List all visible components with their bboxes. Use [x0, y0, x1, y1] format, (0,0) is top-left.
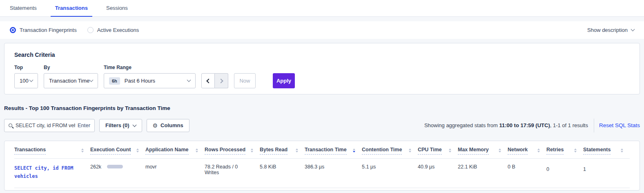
gear-icon: ⚙ [153, 122, 158, 129]
retries-cell: 0 [546, 166, 583, 172]
sort-icon[interactable] [81, 148, 84, 153]
reset-sql-stats-link[interactable]: Reset SQL Stats [599, 122, 640, 128]
column-header-rows-processed[interactable]: Rows Processed [205, 147, 260, 155]
view-toggle-bar: Transaction Fingerprints Active Executio… [0, 21, 644, 39]
sort-icon[interactable] [449, 148, 451, 153]
search-icon [9, 123, 12, 127]
stats-prefix: Showing aggregated stats from [424, 122, 499, 128]
time-range-field: Time Range 6h Past 6 Hours [104, 65, 196, 88]
time-range-badge: 6h [109, 77, 120, 85]
transaction-time-cell: 386.3 µs [305, 164, 362, 173]
results-title: Results - Top 100 Transaction Fingerprin… [4, 105, 644, 111]
by-value: Transaction Time [49, 78, 89, 84]
sort-icon[interactable] [353, 148, 355, 153]
sort-icon[interactable] [251, 148, 253, 153]
show-description-toggle[interactable]: Show description [587, 27, 634, 33]
column-header-transaction-time[interactable]: Transaction Time [305, 147, 362, 155]
search-input[interactable] [16, 123, 75, 128]
column-header-contention-time[interactable]: Contention Time [362, 147, 418, 155]
time-forward-button[interactable] [215, 73, 228, 88]
top-field: Top 100 [14, 65, 38, 88]
by-label: By [44, 65, 98, 70]
sort-icon[interactable] [136, 148, 139, 153]
radio-label: Transaction Fingerprints [20, 27, 77, 33]
top-label: Top [14, 65, 38, 70]
statements-cell: 1 [583, 166, 630, 172]
time-range-label: Time Range [104, 65, 196, 70]
columns-button[interactable]: ⚙ Columns [147, 119, 189, 132]
chevron-down-icon [132, 123, 136, 127]
column-header-network[interactable]: Network [508, 147, 546, 155]
sort-icon[interactable] [537, 148, 540, 153]
max-memory-value: 22.1 KiB [458, 164, 501, 170]
sort-icon[interactable] [196, 148, 198, 153]
network-cell: 0 B [508, 164, 546, 170]
now-button[interactable]: Now [234, 73, 256, 88]
results-controls: Enter Filters (0) ⚙ Columns Showing aggr… [4, 119, 640, 132]
execution-count-cell: 262k [90, 164, 145, 170]
apply-button[interactable]: Apply [273, 73, 295, 88]
tab-sessions[interactable]: Sessions [106, 0, 128, 16]
table-header-row: Transactions Execution Count Application… [4, 141, 640, 158]
chevron-down-icon [89, 78, 94, 82]
transactions-table: Transactions Execution Count Application… [4, 141, 640, 191]
time-shift-arrows [201, 73, 228, 88]
time-range-value: Past 6 Hours [125, 78, 155, 84]
sort-icon[interactable] [409, 148, 411, 153]
column-header-max-memory[interactable]: Max Memory [458, 147, 508, 155]
radio-transaction-fingerprints[interactable]: Transaction Fingerprints [10, 27, 77, 33]
tab-statements[interactable]: Statements [10, 0, 37, 16]
transaction-time-value: 386.3 µs [305, 164, 355, 170]
sort-icon[interactable] [296, 148, 298, 153]
arrow-right-icon [218, 79, 223, 83]
column-header-bytes-read[interactable]: Bytes Read [260, 147, 305, 155]
bytes-read-value: 5.8 KiB [260, 164, 298, 170]
column-header-execution-count[interactable]: Execution Count [90, 147, 145, 155]
time-back-button[interactable] [201, 73, 215, 88]
radio-active-executions[interactable]: Active Executions [87, 27, 139, 33]
sort-icon[interactable] [499, 148, 501, 153]
search-criteria-card: Search Criteria Top 100 By Transaction T… [4, 43, 640, 94]
page-tabs: Statements Transactions Sessions [0, 0, 644, 17]
search-enter-hint[interactable]: Enter [78, 122, 90, 128]
chevron-down-icon [631, 27, 635, 31]
filters-button[interactable]: Filters (0) [99, 119, 142, 132]
radio-label: Active Executions [97, 27, 139, 33]
search-criteria-title: Search Criteria [14, 52, 630, 58]
columns-label: Columns [160, 122, 183, 128]
row-divider [14, 188, 630, 188]
table-row: SELECT city, id FROM vehicles 262k movr … [4, 159, 640, 188]
aggregated-stats-text: Showing aggregated stats from 11:00 to 1… [424, 122, 588, 128]
execution-count-value: 262k [90, 164, 101, 170]
tab-transactions[interactable]: Transactions [55, 0, 88, 16]
search-criteria-fields: Top 100 By Transaction Time Time Range 6… [14, 65, 630, 88]
contention-time-cell: 5.1 µs [362, 164, 418, 173]
transaction-fingerprint-link[interactable]: SELECT city, id FROM vehicles [14, 164, 80, 180]
search-box[interactable]: Enter [4, 119, 95, 132]
cpu-time-value: 40.9 µs [418, 164, 451, 170]
radio-selected-icon [10, 27, 16, 33]
sort-icon[interactable] [621, 148, 623, 153]
top-select[interactable]: 100 [14, 73, 38, 88]
time-range-select[interactable]: 6h Past 6 Hours [104, 73, 196, 88]
radio-unselected-icon [87, 27, 94, 33]
bytes-read-cell: 5.8 KiB [260, 164, 305, 173]
chevron-down-icon [29, 78, 33, 82]
application-name-cell: movr [145, 164, 205, 170]
column-header-cpu-time[interactable]: CPU Time [418, 147, 458, 155]
stats-range: 11:00 to 17:59 (UTC) [499, 122, 550, 128]
sort-icon[interactable] [574, 148, 577, 153]
column-header-transactions[interactable]: Transactions [14, 147, 90, 155]
execution-count-bar [107, 165, 139, 169]
top-value: 100 [20, 78, 29, 84]
column-header-retries[interactable]: Retries [546, 147, 583, 155]
by-select[interactable]: Transaction Time [44, 73, 98, 88]
arrow-left-icon [206, 79, 211, 83]
cpu-time-cell: 40.9 µs [418, 164, 458, 173]
by-field: By Transaction Time [44, 65, 98, 88]
rows-processed-cell: 78.2 Reads / 0 Writes [205, 164, 260, 175]
column-header-statements[interactable]: Statements [583, 147, 630, 155]
contention-time-value: 5.1 µs [362, 164, 411, 170]
stats-suffix: , 1-1 of 1 results [550, 122, 588, 128]
column-header-application-name[interactable]: Application Name [145, 147, 205, 155]
